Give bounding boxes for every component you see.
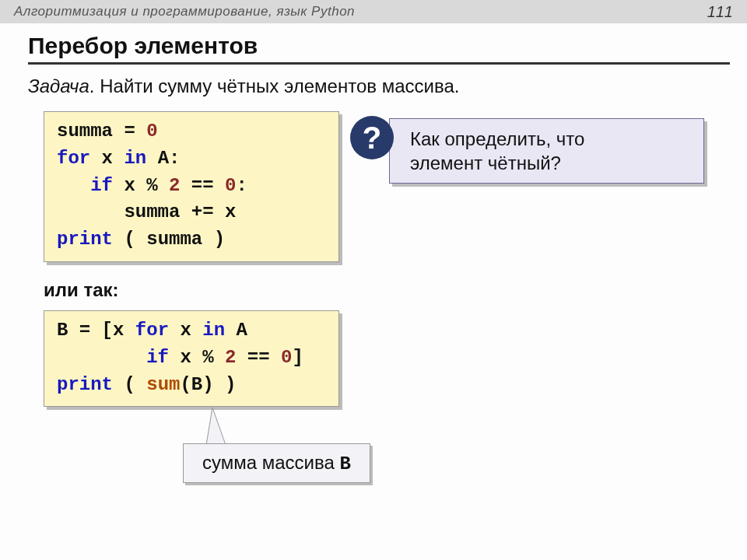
question-callout: Как определить, что элемент чётный? — [389, 118, 704, 184]
slide-content: Перебор элементов Задача. Найти сумму чё… — [0, 23, 747, 407]
task-line: Задача. Найти сумму чётных элементов мас… — [28, 75, 730, 97]
sum-callout: сумма массива B — [183, 443, 370, 483]
header-bar: Алгоритмизация и программирование, язык … — [0, 0, 747, 23]
sum-callout-text: сумма массива — [202, 452, 340, 473]
code-block-2: B = [x for x in A if x % 2 == 0] print (… — [44, 310, 339, 407]
sum-callout-var: B — [340, 453, 351, 474]
task-label: Задача — [28, 75, 89, 96]
slide-heading: Перебор элементов — [28, 33, 730, 65]
task-text: . Найти сумму чётных элементов массива. — [89, 75, 460, 96]
course-title: Алгоритмизация и программирование, язык … — [14, 4, 355, 19]
svg-marker-0 — [206, 408, 226, 445]
question-line-1: Как определить, что — [410, 127, 693, 151]
page-number: 111 — [707, 3, 733, 21]
question-line-2: элемент чётный? — [410, 151, 693, 175]
question-mark-icon: ? — [363, 121, 381, 156]
code-block-1: summa = 0 for x in A: if x % 2 == 0: sum… — [44, 111, 339, 262]
question-mark-badge: ? — [350, 116, 394, 159]
or-label: или так: — [44, 279, 730, 301]
